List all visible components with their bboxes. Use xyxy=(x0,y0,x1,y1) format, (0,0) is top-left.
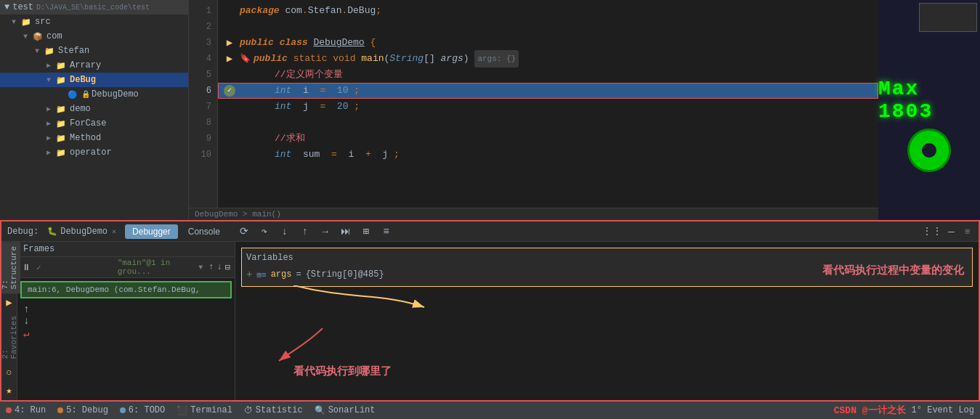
debug-file-tab[interactable]: 🐛 DebugDemo ✕ xyxy=(41,225,122,238)
favorites-tab[interactable]: 2: Favorites xyxy=(1,312,20,363)
expand-arrow: ▶ xyxy=(46,148,55,157)
frame-down-icon[interactable]: ↓ xyxy=(217,262,222,272)
debug-body: 7: Structure ▶ 2: Favorites ○ ★ ··· Fram… xyxy=(1,242,979,400)
tree-item-debugdemo[interactable]: 🔵 🔒 DebugDemo xyxy=(0,87,188,102)
frames-content: main:6, DebugDemo (com.Stefan.DeBug, ↑ ↓… xyxy=(17,278,235,400)
code-line-4[interactable]: ▶ 🔖 public static void main ( String[] a… xyxy=(218,51,878,67)
status-terminal[interactable]: ⬛ Terminal xyxy=(177,405,232,416)
nav-arrows: ↑ ↓ ↵ xyxy=(17,301,235,343)
panel-settings-icon[interactable]: ⊞ xyxy=(962,225,973,237)
annotation-right: 看代码执行过程中变量的变化 xyxy=(822,264,964,277)
annotation-right-text: 看代码执行过程中变量的变化 xyxy=(822,265,964,277)
structure-tab[interactable]: 7: Structure xyxy=(1,242,20,293)
step-into-icon[interactable]: ↓ xyxy=(277,224,293,240)
method-label: Method xyxy=(70,133,101,143)
code-line-9[interactable]: //求和 xyxy=(218,131,878,147)
status-statistic[interactable]: ⏱ Statistic xyxy=(244,405,303,416)
nav-up-icon[interactable]: ↑ xyxy=(23,304,229,314)
pkg-com: com xyxy=(285,3,301,19)
tree-item-operator[interactable]: ▶ 📁 operator xyxy=(0,145,188,160)
variables-panel: Variables + ⊞≡ args = {String[0]@485} xyxy=(235,242,979,400)
line-num-3: 3 xyxy=(189,35,211,51)
line-num-1: 1 xyxy=(189,3,211,19)
pause-icon: ⏸ xyxy=(22,262,31,273)
view-icon[interactable]: ⊞ xyxy=(358,224,374,240)
code-line-8[interactable] xyxy=(218,115,878,131)
annotation-bottom: 看代码执行到哪里了 xyxy=(293,365,392,378)
more-icon[interactable]: ⋮⋮ xyxy=(924,224,940,240)
tree-item-forcase[interactable]: ▶ 📁 ForCase xyxy=(0,116,188,131)
resume-icon[interactable]: ⏭ xyxy=(338,224,354,240)
step-out-icon[interactable]: ↑ xyxy=(297,224,313,240)
line-num-2: 2 xyxy=(189,19,211,35)
bottom-arrow-svg xyxy=(264,328,352,365)
frame-text: main:6, DebugDemo (com.Stefan.DeBug, xyxy=(28,285,201,294)
var-name-args: args xyxy=(271,269,292,280)
nav-down-icon[interactable]: ↓ xyxy=(23,316,229,326)
debugdemo-icon: 🔵 xyxy=(67,89,78,100)
statistic-icon: ⏱ xyxy=(244,405,253,416)
code-line-7[interactable]: int j = 20 ; xyxy=(218,99,878,115)
status-sonarlint[interactable]: 🔍 SonarLint xyxy=(315,405,376,416)
frames-header: Frames xyxy=(17,242,235,257)
status-run[interactable]: 4: Run xyxy=(6,405,46,415)
expand-arrow: ▼ xyxy=(46,76,55,84)
minimize-icon[interactable]: — xyxy=(943,224,959,240)
event-log-label[interactable]: 1° Event Log xyxy=(912,405,974,415)
line-num-7: 7 xyxy=(189,99,211,115)
line-num-6: 6 xyxy=(189,83,211,99)
tree-item-method[interactable]: ▶ 📁 Method xyxy=(0,131,188,145)
debug-label: Debug: xyxy=(7,227,39,237)
step-over-icon[interactable]: ↷ xyxy=(256,224,272,240)
tree-item-src[interactable]: ▼ 📁 src xyxy=(0,15,188,29)
star-icon: ★ xyxy=(3,381,15,399)
status-debug[interactable]: 5: Debug xyxy=(57,405,108,415)
src-icon: 📁 xyxy=(20,16,32,28)
debug-label-bar: 5: Debug xyxy=(66,405,108,415)
code-line-2[interactable] xyxy=(218,19,878,35)
brace-open: { xyxy=(370,35,376,51)
run-label: 4: Run xyxy=(15,405,46,415)
tree-item-com[interactable]: ▼ 📦 com xyxy=(0,29,188,44)
debug-close-icon[interactable]: ✕ xyxy=(112,227,116,236)
code-line-1[interactable]: package com.Stefan.DeBug; xyxy=(218,3,878,19)
code-content-10: int sum = i + j ; xyxy=(275,147,400,163)
breadcrumb: DebugDemo > main() xyxy=(189,208,878,220)
settings-icon[interactable]: ≡ xyxy=(378,224,394,240)
reload-icon[interactable]: ⟳ xyxy=(236,224,252,240)
tree-item-stefan[interactable]: ▼ 📁 Stefan xyxy=(0,44,188,58)
tree-item-debug[interactable]: ▼ 📁 DeBug xyxy=(0,73,188,87)
code-line-6[interactable]: ✓ int i = 10 ; xyxy=(218,83,878,99)
sonarlint-icon: 🔍 xyxy=(315,405,325,416)
thread-dropdown-icon[interactable]: ▼ xyxy=(198,264,203,272)
run-side-icon[interactable]: ▶ xyxy=(3,293,15,312)
expand-arrow: ▶ xyxy=(46,61,55,70)
status-todo[interactable]: 6: TODO xyxy=(120,405,165,415)
side-tabs: 7: Structure ▶ 2: Favorites ○ ★ ··· xyxy=(1,242,17,400)
circle-side-icon[interactable]: ○ xyxy=(3,364,15,381)
comment-9: //求和 xyxy=(275,131,305,147)
code-line-5[interactable]: //定义两个变量 xyxy=(218,67,878,83)
var-add-icon[interactable]: + xyxy=(246,269,252,280)
expand-arrow: ▶ xyxy=(46,119,55,128)
line-num-8: 8 xyxy=(189,115,211,131)
code-line-3[interactable]: ▶ public class DebugDemo { xyxy=(218,35,878,51)
frame-filter-icon[interactable]: ⊟ xyxy=(225,262,230,273)
run-cursor-icon[interactable]: → xyxy=(317,224,333,240)
expand-arrow: ▶ xyxy=(46,134,55,142)
param-hint: args: {} xyxy=(474,50,519,68)
tree-item-arrary[interactable]: ▶ 📁 Arrary xyxy=(0,58,188,73)
sonarlint-label: SonarLint xyxy=(328,405,376,415)
debugger-tab[interactable]: Debugger xyxy=(125,224,178,239)
run-dot xyxy=(6,407,12,413)
demo-icon: 📁 xyxy=(55,103,67,115)
game-circle-inner xyxy=(922,143,936,158)
forcase-label: ForCase xyxy=(70,118,106,129)
tree-item-demo[interactable]: ▶ 📁 demo xyxy=(0,102,188,116)
frame-up-icon[interactable]: ↑ xyxy=(208,262,214,272)
code-line-10[interactable]: int sum = i + j ; xyxy=(218,147,878,163)
frame-item-main[interactable]: main:6, DebugDemo (com.Stefan.DeBug, xyxy=(20,281,232,298)
max-score: Max 1803 xyxy=(878,78,980,123)
console-tab[interactable]: Console xyxy=(181,224,227,239)
type-int-6: int xyxy=(275,85,291,96)
